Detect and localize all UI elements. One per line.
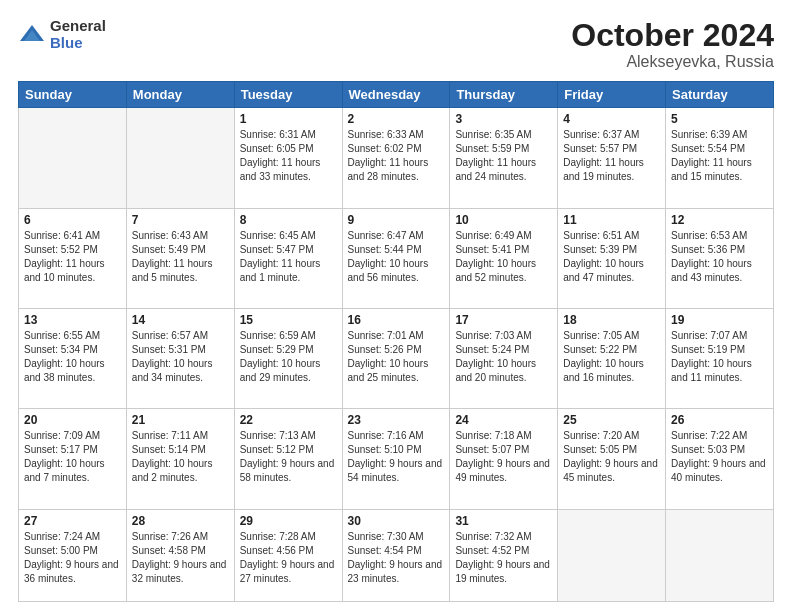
day-number: 2 bbox=[348, 112, 445, 126]
week-row-2: 6Sunrise: 6:41 AM Sunset: 5:52 PM Daylig… bbox=[19, 208, 774, 308]
day-number: 29 bbox=[240, 514, 337, 528]
day-info: Sunrise: 6:37 AM Sunset: 5:57 PM Dayligh… bbox=[563, 128, 660, 184]
week-row-4: 20Sunrise: 7:09 AM Sunset: 5:17 PM Dayli… bbox=[19, 409, 774, 509]
day-number: 10 bbox=[455, 213, 552, 227]
calendar-table: Sunday Monday Tuesday Wednesday Thursday… bbox=[18, 81, 774, 602]
day-number: 15 bbox=[240, 313, 337, 327]
location: Alekseyevka, Russia bbox=[571, 53, 774, 71]
day-number: 4 bbox=[563, 112, 660, 126]
day-cell: 18Sunrise: 7:05 AM Sunset: 5:22 PM Dayli… bbox=[558, 308, 666, 408]
day-cell: 12Sunrise: 6:53 AM Sunset: 5:36 PM Dayli… bbox=[666, 208, 774, 308]
day-number: 14 bbox=[132, 313, 229, 327]
day-info: Sunrise: 7:03 AM Sunset: 5:24 PM Dayligh… bbox=[455, 329, 552, 385]
day-cell: 31Sunrise: 7:32 AM Sunset: 4:52 PM Dayli… bbox=[450, 509, 558, 601]
day-number: 3 bbox=[455, 112, 552, 126]
day-info: Sunrise: 6:41 AM Sunset: 5:52 PM Dayligh… bbox=[24, 229, 121, 285]
day-number: 28 bbox=[132, 514, 229, 528]
day-info: Sunrise: 7:09 AM Sunset: 5:17 PM Dayligh… bbox=[24, 429, 121, 485]
day-info: Sunrise: 6:53 AM Sunset: 5:36 PM Dayligh… bbox=[671, 229, 768, 285]
calendar-header: Sunday Monday Tuesday Wednesday Thursday… bbox=[19, 82, 774, 108]
day-number: 20 bbox=[24, 413, 121, 427]
day-number: 11 bbox=[563, 213, 660, 227]
logo-blue: Blue bbox=[50, 35, 106, 52]
day-cell: 26Sunrise: 7:22 AM Sunset: 5:03 PM Dayli… bbox=[666, 409, 774, 509]
col-tuesday: Tuesday bbox=[234, 82, 342, 108]
header-row: Sunday Monday Tuesday Wednesday Thursday… bbox=[19, 82, 774, 108]
day-info: Sunrise: 7:32 AM Sunset: 4:52 PM Dayligh… bbox=[455, 530, 552, 586]
week-row-3: 13Sunrise: 6:55 AM Sunset: 5:34 PM Dayli… bbox=[19, 308, 774, 408]
day-info: Sunrise: 7:18 AM Sunset: 5:07 PM Dayligh… bbox=[455, 429, 552, 485]
day-cell: 3Sunrise: 6:35 AM Sunset: 5:59 PM Daylig… bbox=[450, 108, 558, 208]
day-info: Sunrise: 6:45 AM Sunset: 5:47 PM Dayligh… bbox=[240, 229, 337, 285]
day-number: 26 bbox=[671, 413, 768, 427]
day-cell: 4Sunrise: 6:37 AM Sunset: 5:57 PM Daylig… bbox=[558, 108, 666, 208]
day-number: 1 bbox=[240, 112, 337, 126]
day-cell: 5Sunrise: 6:39 AM Sunset: 5:54 PM Daylig… bbox=[666, 108, 774, 208]
day-number: 17 bbox=[455, 313, 552, 327]
day-number: 18 bbox=[563, 313, 660, 327]
col-wednesday: Wednesday bbox=[342, 82, 450, 108]
day-number: 23 bbox=[348, 413, 445, 427]
day-number: 7 bbox=[132, 213, 229, 227]
day-cell: 22Sunrise: 7:13 AM Sunset: 5:12 PM Dayli… bbox=[234, 409, 342, 509]
day-cell: 2Sunrise: 6:33 AM Sunset: 6:02 PM Daylig… bbox=[342, 108, 450, 208]
col-thursday: Thursday bbox=[450, 82, 558, 108]
day-cell: 13Sunrise: 6:55 AM Sunset: 5:34 PM Dayli… bbox=[19, 308, 127, 408]
day-cell: 6Sunrise: 6:41 AM Sunset: 5:52 PM Daylig… bbox=[19, 208, 127, 308]
week-row-5: 27Sunrise: 7:24 AM Sunset: 5:00 PM Dayli… bbox=[19, 509, 774, 601]
day-number: 19 bbox=[671, 313, 768, 327]
day-info: Sunrise: 7:24 AM Sunset: 5:00 PM Dayligh… bbox=[24, 530, 121, 586]
day-cell: 17Sunrise: 7:03 AM Sunset: 5:24 PM Dayli… bbox=[450, 308, 558, 408]
day-cell: 15Sunrise: 6:59 AM Sunset: 5:29 PM Dayli… bbox=[234, 308, 342, 408]
week-row-1: 1Sunrise: 6:31 AM Sunset: 6:05 PM Daylig… bbox=[19, 108, 774, 208]
day-info: Sunrise: 6:35 AM Sunset: 5:59 PM Dayligh… bbox=[455, 128, 552, 184]
day-cell: 21Sunrise: 7:11 AM Sunset: 5:14 PM Dayli… bbox=[126, 409, 234, 509]
day-number: 6 bbox=[24, 213, 121, 227]
day-info: Sunrise: 7:13 AM Sunset: 5:12 PM Dayligh… bbox=[240, 429, 337, 485]
day-number: 16 bbox=[348, 313, 445, 327]
day-info: Sunrise: 7:07 AM Sunset: 5:19 PM Dayligh… bbox=[671, 329, 768, 385]
day-cell: 23Sunrise: 7:16 AM Sunset: 5:10 PM Dayli… bbox=[342, 409, 450, 509]
title-block: October 2024 Alekseyevka, Russia bbox=[571, 18, 774, 71]
day-cell: 9Sunrise: 6:47 AM Sunset: 5:44 PM Daylig… bbox=[342, 208, 450, 308]
day-cell bbox=[666, 509, 774, 601]
day-info: Sunrise: 6:33 AM Sunset: 6:02 PM Dayligh… bbox=[348, 128, 445, 184]
col-sunday: Sunday bbox=[19, 82, 127, 108]
day-number: 31 bbox=[455, 514, 552, 528]
day-cell bbox=[126, 108, 234, 208]
day-cell: 1Sunrise: 6:31 AM Sunset: 6:05 PM Daylig… bbox=[234, 108, 342, 208]
day-number: 21 bbox=[132, 413, 229, 427]
day-info: Sunrise: 7:05 AM Sunset: 5:22 PM Dayligh… bbox=[563, 329, 660, 385]
day-info: Sunrise: 7:11 AM Sunset: 5:14 PM Dayligh… bbox=[132, 429, 229, 485]
day-cell bbox=[558, 509, 666, 601]
day-info: Sunrise: 6:57 AM Sunset: 5:31 PM Dayligh… bbox=[132, 329, 229, 385]
day-number: 27 bbox=[24, 514, 121, 528]
day-info: Sunrise: 6:39 AM Sunset: 5:54 PM Dayligh… bbox=[671, 128, 768, 184]
day-cell: 24Sunrise: 7:18 AM Sunset: 5:07 PM Dayli… bbox=[450, 409, 558, 509]
day-number: 24 bbox=[455, 413, 552, 427]
day-info: Sunrise: 7:22 AM Sunset: 5:03 PM Dayligh… bbox=[671, 429, 768, 485]
day-info: Sunrise: 6:51 AM Sunset: 5:39 PM Dayligh… bbox=[563, 229, 660, 285]
day-cell: 19Sunrise: 7:07 AM Sunset: 5:19 PM Dayli… bbox=[666, 308, 774, 408]
day-cell: 7Sunrise: 6:43 AM Sunset: 5:49 PM Daylig… bbox=[126, 208, 234, 308]
col-monday: Monday bbox=[126, 82, 234, 108]
day-info: Sunrise: 6:31 AM Sunset: 6:05 PM Dayligh… bbox=[240, 128, 337, 184]
day-info: Sunrise: 6:47 AM Sunset: 5:44 PM Dayligh… bbox=[348, 229, 445, 285]
day-cell: 27Sunrise: 7:24 AM Sunset: 5:00 PM Dayli… bbox=[19, 509, 127, 601]
page: General Blue October 2024 Alekseyevka, R… bbox=[0, 0, 792, 612]
day-number: 30 bbox=[348, 514, 445, 528]
day-info: Sunrise: 7:16 AM Sunset: 5:10 PM Dayligh… bbox=[348, 429, 445, 485]
day-info: Sunrise: 7:20 AM Sunset: 5:05 PM Dayligh… bbox=[563, 429, 660, 485]
day-cell: 20Sunrise: 7:09 AM Sunset: 5:17 PM Dayli… bbox=[19, 409, 127, 509]
col-saturday: Saturday bbox=[666, 82, 774, 108]
calendar-body: 1Sunrise: 6:31 AM Sunset: 6:05 PM Daylig… bbox=[19, 108, 774, 602]
header: General Blue October 2024 Alekseyevka, R… bbox=[18, 18, 774, 71]
day-number: 12 bbox=[671, 213, 768, 227]
day-info: Sunrise: 6:55 AM Sunset: 5:34 PM Dayligh… bbox=[24, 329, 121, 385]
day-cell: 14Sunrise: 6:57 AM Sunset: 5:31 PM Dayli… bbox=[126, 308, 234, 408]
day-cell: 25Sunrise: 7:20 AM Sunset: 5:05 PM Dayli… bbox=[558, 409, 666, 509]
day-info: Sunrise: 6:59 AM Sunset: 5:29 PM Dayligh… bbox=[240, 329, 337, 385]
month-title: October 2024 bbox=[571, 18, 774, 53]
col-friday: Friday bbox=[558, 82, 666, 108]
day-info: Sunrise: 7:28 AM Sunset: 4:56 PM Dayligh… bbox=[240, 530, 337, 586]
